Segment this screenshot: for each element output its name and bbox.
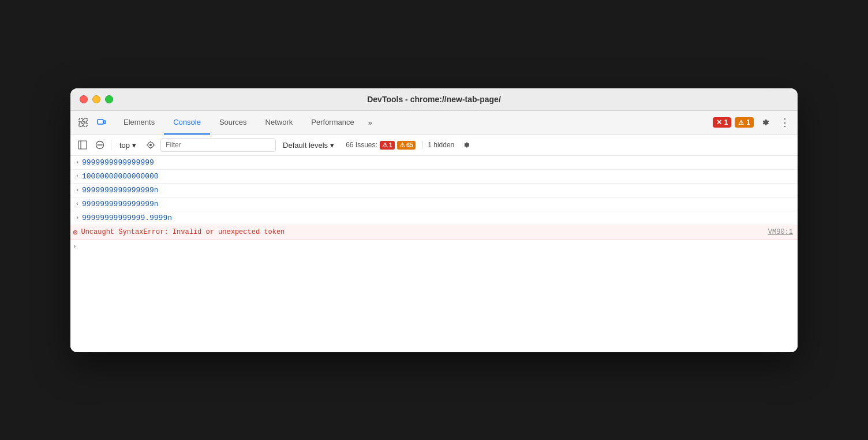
traffic-lights <box>80 95 113 103</box>
error-text: Uncaught SyntaxError: Invalid or unexpec… <box>81 228 768 236</box>
error-badge-icon: ✕ <box>716 118 722 126</box>
row-output-arrow: ‹ <box>73 173 82 180</box>
row-value: 99999999999999.9999n <box>82 214 793 222</box>
warning-badge[interactable]: ⚠ 1 <box>735 117 754 128</box>
svg-rect-1 <box>84 118 87 122</box>
svg-rect-0 <box>79 118 83 122</box>
error-badge-count: 1 <box>724 118 728 126</box>
console-row: ‹ 10000000000000000 <box>70 170 798 184</box>
console-row: › 9999999999999999n <box>70 184 798 197</box>
warning-badge-count: 1 <box>746 118 750 126</box>
context-dropdown-icon: ▾ <box>132 141 136 150</box>
console-row: ‹ 9999999999999999n <box>70 197 798 211</box>
live-expression-button[interactable] <box>143 137 158 152</box>
filter-input[interactable] <box>160 138 276 152</box>
prompt-arrow: › <box>73 243 82 250</box>
row-value: 9999999999999999n <box>82 200 793 208</box>
issues-warning-icon: ⚠ <box>399 141 405 149</box>
context-label: top <box>119 141 130 150</box>
more-options-icon: ⋮ <box>780 116 790 129</box>
tabs-right: ✕ 1 ⚠ 1 ⋮ <box>713 114 793 130</box>
separator-1 <box>111 140 111 150</box>
row-value: 10000000000000000 <box>82 172 793 181</box>
clear-console-button[interactable] <box>92 137 107 152</box>
maximize-button[interactable] <box>105 95 113 103</box>
error-icon: ⊗ <box>73 228 77 237</box>
tab-console[interactable]: Console <box>164 111 210 135</box>
default-levels-arrow: ▾ <box>330 141 334 150</box>
svg-rect-3 <box>84 123 87 126</box>
console-sidebar-button[interactable] <box>75 137 90 152</box>
console-toolbar: top ▾ Default levels ▾ 66 Issues: <box>70 135 798 156</box>
issues-error-count: 1 <box>389 141 392 148</box>
console-row: › 9999999999999999 <box>70 156 798 170</box>
svg-rect-4 <box>98 120 103 124</box>
row-arrow-expand[interactable]: › <box>73 187 82 193</box>
row-output-arrow: ‹ <box>73 200 82 207</box>
more-tabs-button[interactable]: » <box>364 111 377 135</box>
console-settings-button[interactable] <box>459 137 474 152</box>
close-button[interactable] <box>80 95 88 103</box>
inspect-element-icon[interactable] <box>75 114 91 130</box>
issues-warning-count: 65 <box>406 141 413 148</box>
tab-network[interactable]: Network <box>256 111 302 135</box>
svg-point-10 <box>149 144 152 146</box>
settings-button[interactable] <box>757 114 773 130</box>
issues-error-badge[interactable]: ⚠ 1 <box>380 141 395 150</box>
issues-label: 66 Issues: <box>346 141 377 149</box>
error-source[interactable]: VM90:1 <box>768 228 793 236</box>
tab-sources[interactable]: Sources <box>210 111 256 135</box>
tabs: Elements Console Sources Network Perform… <box>114 111 713 135</box>
row-value: 9999999999999999 <box>82 158 793 167</box>
svg-rect-2 <box>79 123 83 126</box>
more-options-button[interactable]: ⋮ <box>777 114 793 130</box>
svg-rect-5 <box>104 121 106 124</box>
issues-warning-badge[interactable]: ⚠ 65 <box>397 141 416 150</box>
row-value: 9999999999999999n <box>82 186 793 195</box>
svg-rect-6 <box>78 141 87 149</box>
device-toolbar-icon[interactable] <box>93 114 110 130</box>
devtools-window: DevTools - chrome://new-tab-page/ <box>70 88 798 352</box>
context-selector[interactable]: top ▾ <box>115 140 141 151</box>
default-levels-button[interactable]: Default levels ▾ <box>278 140 339 151</box>
warning-badge-icon: ⚠ <box>738 119 744 126</box>
tab-icons <box>75 114 110 130</box>
row-arrow-expand[interactable]: › <box>73 159 82 166</box>
title-bar: DevTools - chrome://new-tab-page/ <box>70 88 798 111</box>
minimize-button[interactable] <box>92 95 100 103</box>
devtools-body: Elements Console Sources Network Perform… <box>70 111 798 352</box>
tabs-bar: Elements Console Sources Network Perform… <box>70 111 798 135</box>
error-badge[interactable]: ✕ 1 <box>713 117 732 128</box>
hidden-count: 1 hidden <box>422 141 454 149</box>
default-levels-label: Default levels <box>283 141 328 150</box>
window-title: DevTools - chrome://new-tab-page/ <box>367 95 501 104</box>
console-error-row: ⊗ Uncaught SyntaxError: Invalid or unexp… <box>70 225 798 240</box>
console-output: › 9999999999999999 ‹ 10000000000000000 ›… <box>70 156 798 352</box>
console-prompt-row[interactable]: › <box>70 240 798 253</box>
row-arrow-expand[interactable]: › <box>73 214 82 221</box>
issues-error-icon: ⚠ <box>382 141 388 149</box>
tab-elements[interactable]: Elements <box>114 111 164 135</box>
console-row: › 99999999999999.9999n <box>70 211 798 225</box>
issues-section: 66 Issues: ⚠ 1 ⚠ 65 <box>346 141 416 150</box>
tab-performance[interactable]: Performance <box>302 111 363 135</box>
